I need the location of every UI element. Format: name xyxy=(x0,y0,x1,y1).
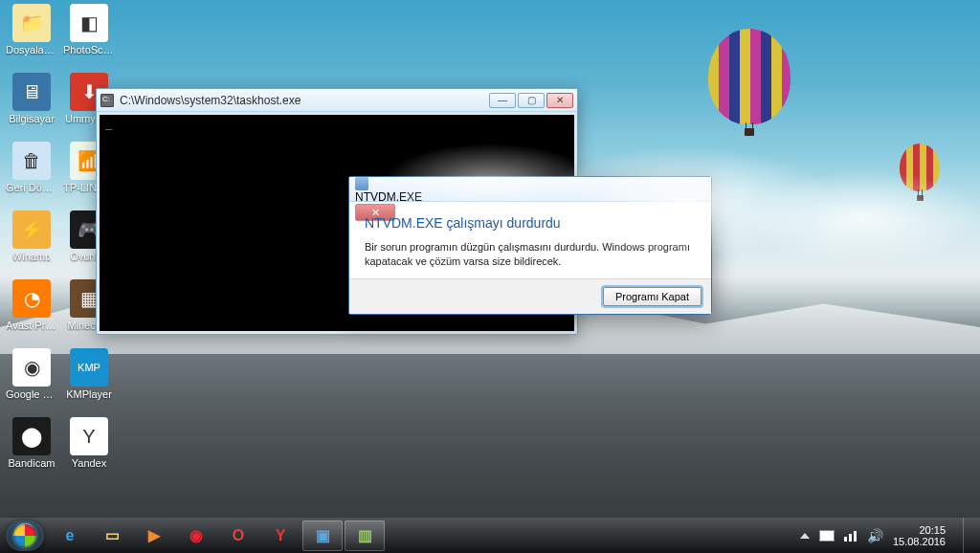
dialog-message: Bir sorun programın düzgün çalışmasını d… xyxy=(365,240,696,269)
console-icon xyxy=(100,94,114,107)
console-titlebar[interactable]: C:\Windows\system32\taskhost.exe — ▢ ✕ xyxy=(97,89,577,112)
app-icon: ⬤ xyxy=(12,417,51,455)
ie-icon: e xyxy=(58,524,81,547)
desktop-icon-photoscape[interactable]: ◧PhotoScape xyxy=(63,4,115,55)
app-icon: KMP xyxy=(70,348,108,387)
app-icon: ◉ xyxy=(12,348,51,387)
console-title: C:\Windows\system32\taskhost.exe xyxy=(120,94,489,107)
start-button[interactable] xyxy=(6,520,44,551)
desktop-icon-google-chrome[interactable]: ◉Google Chrome xyxy=(6,348,57,400)
icon-label: Bilgisayar xyxy=(9,113,55,124)
icon-label: Avast Premier xyxy=(6,320,57,331)
icon-label: Geri Dönüş… xyxy=(6,182,57,193)
dialog-titlebar[interactable]: NTVDM.EXE ✕ xyxy=(349,177,711,202)
wmp-icon: ▶ xyxy=(143,524,166,547)
desktop-icon-kmplayer[interactable]: KMPKMPlayer xyxy=(63,348,115,400)
app-icon: 🖥 xyxy=(12,73,51,111)
taskbar-pin-task2[interactable]: ▥ xyxy=(345,520,385,551)
desktop-icon-winamp[interactable]: ⚡Winamp xyxy=(6,210,57,262)
icon-label: KMPlayer xyxy=(66,388,112,400)
yandex-icon: Y xyxy=(269,524,292,547)
taskbar-pin-chrome[interactable]: ◉ xyxy=(176,520,216,551)
network-icon[interactable] xyxy=(844,530,858,542)
task1-icon: ▣ xyxy=(311,524,334,547)
taskbar-pin-opera[interactable]: O xyxy=(218,520,258,551)
tray-time: 20:15 xyxy=(893,524,946,536)
windows-orb-icon xyxy=(13,524,36,547)
wallpaper-balloon-small xyxy=(900,144,940,201)
icon-label: PhotoScape xyxy=(63,44,115,55)
taskbar-pin-wmp[interactable]: ▶ xyxy=(134,520,174,551)
action-center-icon[interactable] xyxy=(819,530,835,542)
taskbar: e▭▶◉OY▣▥ 🔊 20:15 15.08.2016 xyxy=(0,517,980,553)
opera-icon: O xyxy=(227,524,250,547)
chrome-icon: ◉ xyxy=(185,524,208,547)
tray-overflow-button[interactable] xyxy=(800,533,810,539)
icon-label: Google Chrome xyxy=(6,388,57,400)
system-tray: 🔊 20:15 15.08.2016 xyxy=(800,518,974,554)
close-button[interactable]: ✕ xyxy=(546,93,573,108)
taskbar-pin-task1[interactable]: ▣ xyxy=(302,520,343,551)
taskbar-pin-yandex[interactable]: Y xyxy=(260,520,301,551)
minimize-button[interactable]: — xyxy=(489,93,516,108)
close-program-button[interactable]: Programı Kapat xyxy=(603,287,702,306)
desktop-icon-avast-premier[interactable]: ◔Avast Premier xyxy=(6,279,57,331)
icon-label: Yandex xyxy=(72,457,107,469)
taskbar-pin-explorer[interactable]: ▭ xyxy=(92,520,132,551)
explorer-icon: ▭ xyxy=(100,524,123,547)
clock[interactable]: 20:15 15.08.2016 xyxy=(893,524,946,547)
error-dialog[interactable]: NTVDM.EXE ✕ NTVDM.EXE çalışmayı durdurdu… xyxy=(348,176,712,315)
taskbar-pin-ie[interactable]: e xyxy=(50,520,90,551)
dialog-heading: NTVDM.EXE çalışmayı durdurdu xyxy=(365,215,696,231)
taskbar-pins: e▭▶◉OY▣▥ xyxy=(50,520,385,551)
app-icon: 📁 xyxy=(12,4,51,42)
console-cursor: _ xyxy=(105,117,112,130)
app-icon: ◧ xyxy=(70,4,108,42)
desktop: 📁Dosyalarım◧PhotoScape🖥Bilgisayar⬇UmmyV…… xyxy=(0,0,980,553)
volume-icon[interactable]: 🔊 xyxy=(867,528,883,543)
icon-label: Bandicam xyxy=(9,457,56,469)
tray-date: 15.08.2016 xyxy=(893,536,946,547)
dialog-icon xyxy=(355,177,368,190)
desktop-icon-dosyalar-m[interactable]: 📁Dosyalarım xyxy=(6,4,57,55)
desktop-icon-bandicam[interactable]: ⬤Bandicam xyxy=(6,417,57,469)
close-program-label: Programı Kapat xyxy=(615,291,689,302)
icon-label: Dosyalarım xyxy=(6,44,57,55)
app-icon: ⚡ xyxy=(12,210,51,249)
desktop-icon-geri-d-n-[interactable]: 🗑Geri Dönüş… xyxy=(6,142,57,193)
app-icon: ◔ xyxy=(12,279,51,318)
app-icon: 🗑 xyxy=(12,142,51,180)
task2-icon: ▥ xyxy=(353,524,376,547)
desktop-icon-bilgisayar[interactable]: 🖥Bilgisayar xyxy=(6,73,57,124)
icon-label: Winamp xyxy=(12,251,51,262)
wallpaper-balloon-large xyxy=(708,29,791,136)
desktop-icon-yandex[interactable]: YYandex xyxy=(63,417,115,469)
show-desktop-button[interactable] xyxy=(963,518,972,554)
app-icon: Y xyxy=(70,417,108,455)
maximize-button[interactable]: ▢ xyxy=(518,93,545,108)
